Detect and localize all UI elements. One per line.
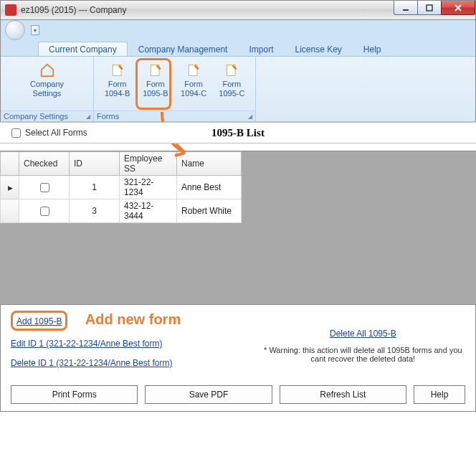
save-pdf-button[interactable]: Save PDF bbox=[145, 385, 272, 404]
cell-checked[interactable] bbox=[19, 199, 70, 223]
bottom-panel: Add 1095-B Add new form Edit ID 1 (321-2… bbox=[0, 305, 476, 412]
form-icon bbox=[186, 62, 201, 78]
cell-ss[interactable]: 432-12-3444 bbox=[120, 199, 177, 223]
col-name[interactable]: Name bbox=[177, 152, 242, 176]
maximize-button[interactable] bbox=[417, 1, 442, 15]
form-1095b-button[interactable]: Form 1095-B bbox=[136, 59, 174, 108]
quick-access-dropdown[interactable]: ▾ bbox=[31, 25, 39, 35]
cell-id[interactable]: 3 bbox=[70, 199, 120, 223]
table-row[interactable]: 3 432-12-3444 Robert White bbox=[1, 199, 242, 223]
annotation-text: Add new form bbox=[85, 311, 181, 327]
svg-rect-1 bbox=[427, 5, 432, 11]
ribbon-group-label: Forms bbox=[97, 112, 119, 121]
add-1095b-link[interactable]: Add 1095-B bbox=[16, 316, 62, 326]
delete-all-link[interactable]: Delete All 1095-B bbox=[330, 329, 396, 339]
company-settings-button[interactable]: Company Settings bbox=[15, 59, 80, 108]
cell-ss[interactable]: 321-22-1234 bbox=[120, 176, 177, 199]
select-all-checkbox[interactable]: Select All Forms bbox=[9, 126, 87, 140]
delete-form-link[interactable]: Delete ID 1 (321-22-1234/Anne Best form) bbox=[11, 358, 172, 368]
ribbon: Company Settings Company Settings◢ Form … bbox=[1, 56, 475, 122]
data-grid[interactable]: Checked ID Employee SS Name 1 321-22-123… bbox=[0, 151, 476, 305]
close-button[interactable] bbox=[441, 1, 475, 15]
tab-license-key[interactable]: License Key bbox=[284, 42, 352, 57]
warning-text: * Warning: this action will delete all 1… bbox=[261, 346, 465, 363]
col-ss[interactable]: Employee SS bbox=[120, 152, 177, 176]
help-button[interactable]: Help bbox=[414, 385, 465, 404]
titlebar: ez1095 (2015) --- Company bbox=[0, 0, 476, 20]
form-1095c-button[interactable]: Form 1095-C bbox=[213, 59, 251, 108]
minimize-button[interactable] bbox=[394, 1, 418, 15]
form-1094c-button[interactable]: Form 1094-C bbox=[175, 59, 213, 108]
app-icon bbox=[5, 4, 16, 16]
row-header-blank bbox=[1, 152, 19, 176]
ribbon-tabbar: Current Company Company Management Impor… bbox=[1, 40, 475, 56]
cell-id[interactable]: 1 bbox=[70, 176, 120, 199]
home-icon bbox=[39, 62, 55, 78]
row-selector-icon[interactable] bbox=[1, 199, 19, 223]
col-checked[interactable]: Checked bbox=[19, 152, 70, 176]
dialog-launcher-icon[interactable]: ◢ bbox=[86, 113, 90, 120]
form-icon bbox=[110, 62, 125, 78]
refresh-list-button[interactable]: Refresh List bbox=[280, 385, 406, 404]
tab-import[interactable]: Import bbox=[238, 42, 284, 57]
cell-name[interactable]: Robert White bbox=[177, 199, 242, 223]
app-menu-orb[interactable] bbox=[5, 20, 25, 40]
form-icon bbox=[224, 62, 239, 78]
cell-name[interactable]: Anne Best bbox=[177, 176, 242, 199]
col-id[interactable]: ID bbox=[70, 152, 120, 176]
form-icon bbox=[148, 62, 163, 78]
table-row[interactable]: 1 321-22-1234 Anne Best bbox=[1, 176, 242, 199]
list-header: Select All Forms 1095-B List bbox=[0, 122, 476, 143]
tab-help[interactable]: Help bbox=[353, 42, 392, 57]
quick-access-toolbar: ▾ bbox=[1, 20, 475, 40]
ribbon-group-label: Company Settings bbox=[4, 112, 68, 121]
list-title: 1095-B List bbox=[211, 127, 265, 139]
dialog-launcher-icon[interactable]: ◢ bbox=[248, 113, 252, 120]
annotation-highlight: Add 1095-B bbox=[11, 311, 67, 331]
cell-checked[interactable] bbox=[19, 176, 70, 199]
row-selector-icon[interactable] bbox=[1, 176, 19, 199]
tab-company-management[interactable]: Company Management bbox=[128, 42, 239, 57]
tab-current-company[interactable]: Current Company bbox=[38, 42, 128, 57]
window-title: ez1095 (2015) --- Company bbox=[21, 5, 126, 15]
form-1094b-button[interactable]: Form 1094-B bbox=[98, 59, 136, 108]
edit-form-link[interactable]: Edit ID 1 (321-22-1234/Anne Best form) bbox=[11, 339, 162, 349]
print-forms-button[interactable]: Print Forms bbox=[11, 385, 138, 404]
